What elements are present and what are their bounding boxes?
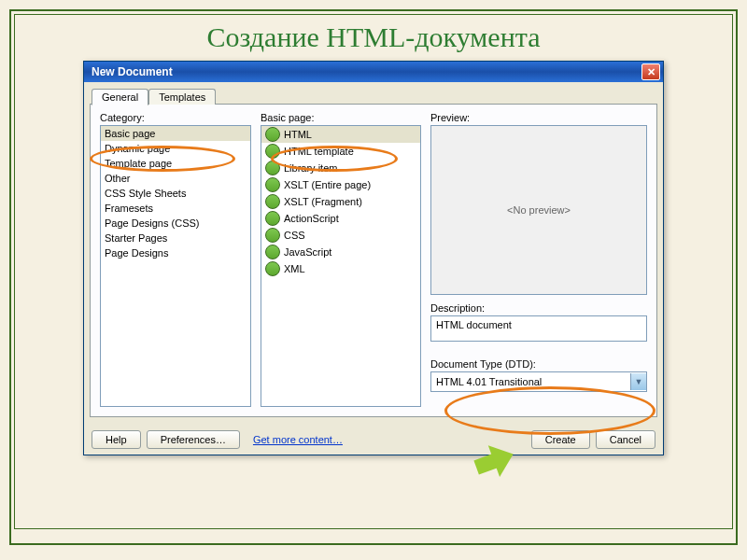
list-item[interactable]: Dynamic page bbox=[101, 141, 250, 156]
new-document-dialog: New Document ✕ General Templates Categor… bbox=[83, 61, 664, 455]
document-icon bbox=[265, 144, 280, 159]
preferences-button[interactable]: Preferences… bbox=[147, 430, 240, 449]
dialog-title: New Document bbox=[92, 65, 173, 78]
document-icon bbox=[265, 228, 280, 243]
description-label: Description: bbox=[430, 302, 647, 314]
help-button[interactable]: Help bbox=[92, 430, 141, 449]
document-icon bbox=[265, 161, 280, 175]
list-item[interactable]: Template page bbox=[101, 156, 250, 171]
dialog-button-row: Help Preferences… Get more content… Crea… bbox=[84, 423, 663, 455]
list-item[interactable]: XSLT (Fragment) bbox=[261, 193, 420, 210]
preview-label: Preview: bbox=[430, 112, 647, 123]
description-value: HTML document bbox=[430, 315, 647, 342]
dtd-select[interactable]: HTML 4.01 Transitional ▼ bbox=[430, 371, 647, 392]
list-item[interactable]: Library item bbox=[261, 160, 420, 176]
list-item[interactable]: Starter Pages bbox=[101, 231, 250, 245]
cancel-button[interactable]: Cancel bbox=[596, 430, 655, 449]
tab-templates[interactable]: Templates bbox=[148, 89, 216, 105]
list-item[interactable]: Basic page bbox=[101, 126, 250, 141]
basic-page-label: Basic page: bbox=[261, 112, 421, 123]
dtd-label: Document Type (DTD): bbox=[430, 358, 647, 370]
list-item[interactable]: HTML template bbox=[261, 143, 420, 160]
dtd-value: HTML 4.01 Transitional bbox=[436, 376, 542, 387]
document-icon bbox=[265, 245, 280, 259]
preview-area: <No preview> bbox=[430, 125, 647, 295]
list-item[interactable]: HTML bbox=[261, 126, 420, 143]
document-icon bbox=[265, 211, 280, 226]
list-item[interactable]: CSS bbox=[261, 227, 420, 244]
create-button[interactable]: Create bbox=[531, 430, 590, 449]
document-icon bbox=[265, 127, 280, 142]
list-item[interactable]: Page Designs bbox=[101, 245, 250, 260]
document-icon bbox=[265, 261, 280, 276]
document-icon bbox=[265, 177, 280, 192]
tab-general[interactable]: General bbox=[92, 89, 148, 105]
basic-page-listbox[interactable]: HTML HTML template Library item XSLT (En… bbox=[261, 125, 421, 407]
list-item[interactable]: Page Designs (CSS) bbox=[101, 216, 250, 231]
list-item[interactable]: XSLT (Entire page) bbox=[261, 176, 420, 193]
list-item[interactable]: Framesets bbox=[101, 201, 250, 216]
tab-strip: General Templates bbox=[92, 89, 657, 105]
list-item[interactable]: JavaScript bbox=[261, 244, 420, 260]
page-title: Создание HTML-документа bbox=[34, 21, 713, 53]
list-item[interactable]: Other bbox=[101, 171, 250, 186]
document-icon bbox=[265, 194, 280, 209]
dialog-titlebar: New Document ✕ bbox=[84, 62, 663, 82]
list-item[interactable]: ActionScript bbox=[261, 210, 420, 227]
category-listbox[interactable]: Basic page Dynamic page Template page Ot… bbox=[100, 125, 251, 407]
preview-placeholder: <No preview> bbox=[507, 204, 571, 216]
list-item[interactable]: CSS Style Sheets bbox=[101, 186, 250, 201]
chevron-down-icon: ▼ bbox=[630, 373, 646, 390]
category-label: Category: bbox=[100, 112, 251, 123]
list-item[interactable]: XML bbox=[261, 260, 420, 277]
more-content-link[interactable]: Get more content… bbox=[253, 434, 343, 445]
close-button[interactable]: ✕ bbox=[641, 63, 660, 80]
close-icon: ✕ bbox=[647, 66, 655, 78]
